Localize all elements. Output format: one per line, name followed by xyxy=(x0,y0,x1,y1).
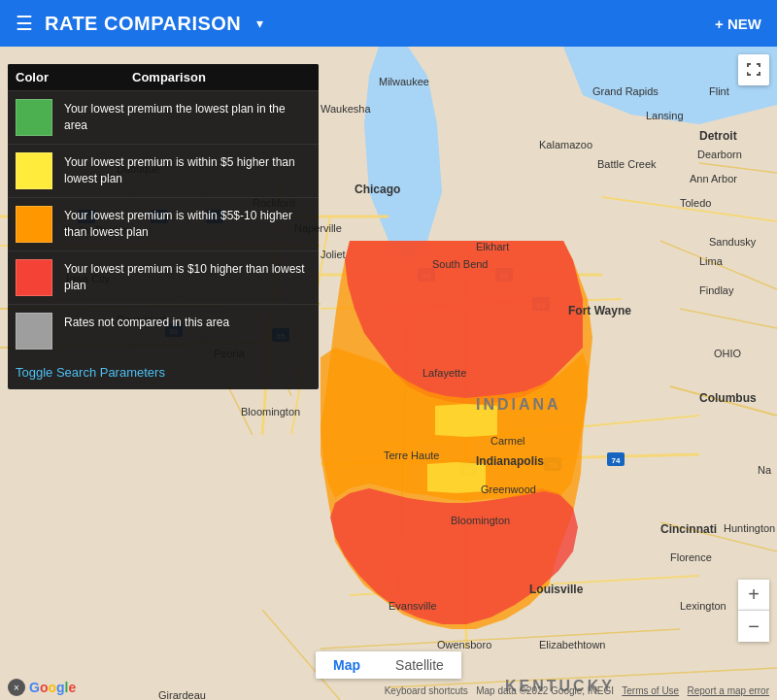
legend-panel: Color Comparison Your lowest premium the… xyxy=(8,64,319,389)
zoom-out-button[interactable]: − xyxy=(738,611,769,642)
legend-row-3: Your lowest premium is $10 higher than l… xyxy=(8,250,319,304)
legend-color-3 xyxy=(16,259,52,296)
legend-comparison-col: Comparison xyxy=(132,70,206,84)
legend-color-2 xyxy=(16,206,52,243)
header: ☰ RATE COMPARISON ▾ + NEW xyxy=(0,0,777,47)
legend-text-1: Your lowest premium is within $5 higher … xyxy=(64,152,311,187)
dropdown-icon[interactable]: ▾ xyxy=(256,16,263,31)
fullscreen-icon xyxy=(746,62,761,78)
close-attribution-button[interactable]: × xyxy=(8,679,25,696)
fullscreen-button[interactable] xyxy=(738,54,769,85)
bottom-attribution: Keyboard shortcuts Map data ©2022 Google… xyxy=(385,685,769,696)
svg-text:74: 74 xyxy=(612,456,621,465)
new-button[interactable]: + NEW xyxy=(715,16,761,32)
legend-color-col: Color xyxy=(16,70,74,84)
legend-row-0: Your lowest premium the lowest plan in t… xyxy=(8,90,319,144)
legend-color-1 xyxy=(16,152,52,189)
header-left: ☰ RATE COMPARISON ▾ xyxy=(16,12,263,35)
legend-row-1: Your lowest premium is within $5 higher … xyxy=(8,144,319,197)
legend-color-0 xyxy=(16,99,52,136)
legend-text-2: Your lowest premium is within $5$-10 hig… xyxy=(64,206,311,241)
legend-text-4: Rates not compared in this area xyxy=(64,313,229,331)
map-container: 90 80 90 80 65 70 55 74 90 80 69 xyxy=(0,47,777,700)
map-data-text: Map data ©2022 Google, INEGI xyxy=(476,685,614,696)
legend-row-4: Rates not compared in this area xyxy=(8,304,319,357)
legend-text-3: Your lowest premium is $10 higher than l… xyxy=(64,259,311,294)
toggle-search-button[interactable]: Toggle Search Parameters xyxy=(8,357,173,389)
zoom-in-button[interactable]: + xyxy=(738,580,769,611)
legend-text-0: Your lowest premium the lowest plan in t… xyxy=(64,99,311,134)
legend-header: Color Comparison xyxy=(8,64,319,90)
terms-link[interactable]: Terms of Use xyxy=(622,685,679,696)
legend-row-2: Your lowest premium is within $5$-10 hig… xyxy=(8,197,319,250)
google-logo: Google xyxy=(29,680,76,695)
zoom-controls: + − xyxy=(738,580,769,642)
keyboard-shortcuts[interactable]: Keyboard shortcuts xyxy=(385,685,468,696)
app-title: RATE COMPARISON xyxy=(45,13,241,35)
map-type-selector: Map Satellite xyxy=(316,651,461,679)
google-attribution: × Google xyxy=(8,679,76,696)
report-link[interactable]: Report a map error xyxy=(688,685,769,696)
map-type-satellite[interactable]: Satellite xyxy=(378,651,461,679)
legend-rows: Your lowest premium the lowest plan in t… xyxy=(8,90,319,357)
hamburger-icon[interactable]: ☰ xyxy=(16,12,33,35)
legend-color-4 xyxy=(16,313,52,350)
map-type-map[interactable]: Map xyxy=(316,651,378,679)
